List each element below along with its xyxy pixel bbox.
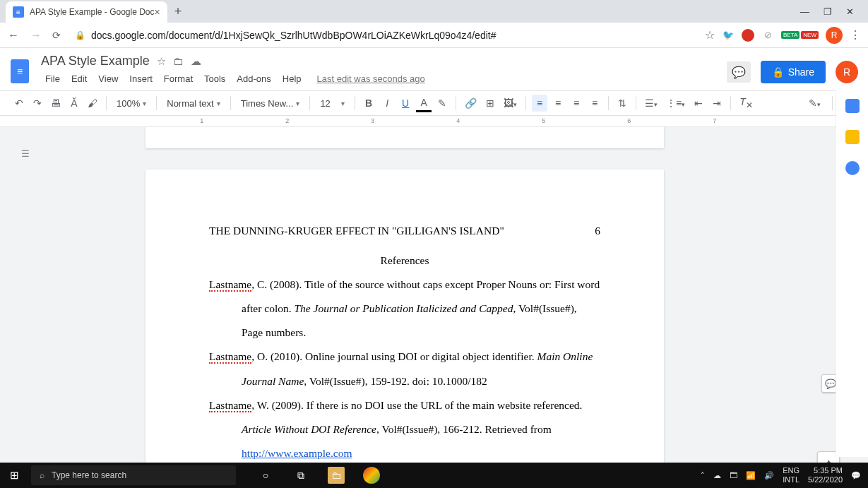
search-icon: ⌕ bbox=[40, 470, 44, 480]
last-edit-link[interactable]: Last edit was seconds ago bbox=[317, 73, 425, 84]
underline-button[interactable]: U bbox=[398, 95, 413, 112]
print-button[interactable]: 🖶 bbox=[48, 95, 64, 112]
paint-format-button[interactable]: 🖌 bbox=[85, 95, 100, 112]
share-button[interactable]: 🔒 Share bbox=[761, 61, 826, 83]
ruler-tick: 5 bbox=[542, 117, 545, 124]
volume-tray-icon[interactable]: 🔊 bbox=[764, 471, 774, 480]
extension-icon[interactable]: 🐦 bbox=[722, 29, 735, 42]
keep-sidebar-icon[interactable] bbox=[845, 130, 860, 144]
increase-indent-button[interactable]: ⇥ bbox=[709, 95, 725, 112]
tray-time[interactable]: 5:35 PM bbox=[808, 466, 843, 475]
menu-view[interactable]: View bbox=[94, 71, 122, 86]
window-close-icon[interactable]: ✕ bbox=[846, 6, 854, 17]
numbered-list-button[interactable]: ☰▾ bbox=[642, 95, 660, 112]
menu-addons[interactable]: Add-ons bbox=[232, 71, 275, 86]
italic-button[interactable]: I bbox=[379, 95, 395, 112]
tasks-sidebar-icon[interactable] bbox=[845, 161, 860, 175]
previous-page bbox=[145, 127, 664, 148]
chrome-taskbar-icon[interactable] bbox=[363, 467, 380, 484]
document-scroll-area[interactable]: ☰ THE DUNNING-KRUGER EFFECT IN "GILLIGAN… bbox=[0, 127, 868, 482]
reference-link[interactable]: http://www.example.com bbox=[242, 447, 352, 459]
move-document-icon[interactable]: 🗀 bbox=[173, 55, 184, 68]
menu-tools[interactable]: Tools bbox=[200, 71, 230, 86]
insert-link-button[interactable]: 🔗 bbox=[462, 95, 480, 112]
page-header[interactable]: THE DUNNING-KRUGER EFFECT IN "GILLIGAN'S… bbox=[209, 219, 600, 243]
spell-error: Lastname bbox=[209, 399, 251, 412]
tray-language-line2[interactable]: INTL bbox=[783, 475, 799, 484]
document-page[interactable]: THE DUNNING-KRUGER EFFECT IN "GILLIGAN'S… bbox=[145, 169, 664, 482]
docs-home-button[interactable]: ≡ bbox=[7, 54, 32, 89]
font-select[interactable]: Times New...▾ bbox=[237, 97, 304, 110]
extension-beta-badge[interactable]: BETANEW bbox=[781, 31, 819, 39]
ruler-tick: 6 bbox=[627, 117, 631, 124]
browser-address-bar: ← → ⟳ 🔒 docs.google.com/document/d/1HxjS… bbox=[0, 23, 868, 48]
spellcheck-button[interactable]: Ă bbox=[66, 95, 82, 112]
text-color-button[interactable]: A bbox=[416, 95, 432, 112]
url-input[interactable]: 🔒 docs.google.com/document/d/1HxjSewQk_S… bbox=[71, 30, 695, 41]
insert-comment-button[interactable]: ⊞ bbox=[482, 95, 498, 112]
close-tab-icon[interactable]: × bbox=[155, 6, 160, 18]
battery-tray-icon[interactable]: 🗔 bbox=[730, 471, 737, 480]
cloud-status-icon[interactable]: ☁ bbox=[191, 55, 201, 68]
reload-button[interactable]: ⟳ bbox=[52, 30, 61, 41]
taskbar-search[interactable]: ⌕ Type here to search bbox=[31, 465, 236, 485]
outline-toggle-button[interactable]: ☰ bbox=[21, 148, 35, 162]
decrease-indent-button[interactable]: ⇤ bbox=[691, 95, 706, 112]
docs-toolbar: ↶ ↷ 🖶 Ă 🖌 100%▾ Normal text▾ Times New..… bbox=[0, 90, 868, 116]
editing-mode-button[interactable]: ✎▾ bbox=[806, 95, 824, 112]
window-minimize-icon[interactable]: — bbox=[800, 6, 809, 17]
align-right-button[interactable]: ≡ bbox=[569, 95, 584, 112]
window-maximize-icon[interactable]: ❐ bbox=[824, 6, 832, 17]
menu-help[interactable]: Help bbox=[278, 71, 306, 86]
page-number: 6 bbox=[595, 219, 600, 243]
url-text: docs.google.com/document/d/1HxjSewQk_Szr… bbox=[91, 30, 496, 41]
align-justify-button[interactable]: ≡ bbox=[587, 95, 602, 112]
menu-insert[interactable]: Insert bbox=[125, 71, 157, 86]
menu-edit[interactable]: Edit bbox=[67, 71, 91, 86]
open-comments-button[interactable]: 💬 bbox=[727, 61, 751, 83]
tray-language-line1[interactable]: ENG bbox=[783, 466, 799, 475]
tray-date[interactable]: 5/22/2020 bbox=[808, 475, 843, 484]
star-document-icon[interactable]: ☆ bbox=[157, 55, 166, 68]
undo-button[interactable]: ↶ bbox=[11, 95, 27, 112]
horizontal-ruler[interactable]: 1 2 3 4 5 6 7 bbox=[0, 116, 868, 127]
align-left-button[interactable]: ≡ bbox=[532, 95, 547, 112]
ruler-tick: 4 bbox=[456, 117, 460, 124]
wifi-tray-icon[interactable]: 📶 bbox=[746, 471, 756, 480]
file-explorer-icon[interactable]: 🗀 bbox=[328, 467, 345, 484]
browser-profile-avatar[interactable]: R bbox=[826, 27, 843, 44]
onedrive-tray-icon[interactable]: ☁ bbox=[713, 471, 721, 480]
account-avatar[interactable]: R bbox=[836, 61, 858, 83]
zoom-select[interactable]: 100%▾ bbox=[112, 97, 150, 110]
tray-chevron-icon[interactable]: ˄ bbox=[701, 471, 705, 480]
clear-formatting-button[interactable]: T✕ bbox=[737, 93, 756, 113]
line-spacing-button[interactable]: ⇅ bbox=[614, 95, 630, 112]
taskbar-search-placeholder: Type here to search bbox=[52, 470, 126, 480]
menu-format[interactable]: Format bbox=[160, 71, 197, 86]
ruler-tick: 2 bbox=[285, 117, 289, 124]
browser-tab[interactable]: ≡ APA Style Example - Google Doc × bbox=[6, 1, 167, 23]
back-button[interactable]: ← bbox=[7, 29, 20, 42]
doc-title-input[interactable]: APA Style Example bbox=[41, 54, 150, 69]
insert-image-button[interactable]: 🖼▾ bbox=[501, 95, 520, 112]
bulleted-list-button[interactable]: ⋮≡▾ bbox=[663, 95, 688, 112]
browser-menu-icon[interactable]: ⋮ bbox=[850, 28, 861, 42]
calendar-sidebar-icon[interactable] bbox=[845, 99, 860, 113]
bold-button[interactable]: B bbox=[361, 95, 376, 112]
align-center-button[interactable]: ≡ bbox=[550, 95, 566, 112]
extension-disabled-icon[interactable]: ⊘ bbox=[761, 29, 774, 42]
notifications-tray-icon[interactable]: 💬 bbox=[851, 471, 861, 480]
task-view-icon[interactable]: ⧉ bbox=[292, 467, 309, 484]
opera-extension-icon[interactable] bbox=[742, 29, 754, 42]
font-size-select[interactable]: 12 ▾ bbox=[316, 97, 349, 110]
paragraph-style-select[interactable]: Normal text▾ bbox=[162, 97, 224, 110]
cortana-icon[interactable]: ○ bbox=[257, 467, 274, 484]
menu-file[interactable]: File bbox=[41, 71, 64, 86]
start-button[interactable]: ⊞ bbox=[0, 469, 28, 482]
highlight-button[interactable]: ✎ bbox=[434, 95, 450, 112]
ruler-tick: 1 bbox=[200, 117, 203, 124]
redo-button[interactable]: ↷ bbox=[30, 95, 45, 112]
bookmark-star-icon[interactable]: ☆ bbox=[705, 28, 715, 42]
new-tab-button[interactable]: + bbox=[174, 4, 182, 19]
references-heading: References bbox=[209, 249, 600, 273]
